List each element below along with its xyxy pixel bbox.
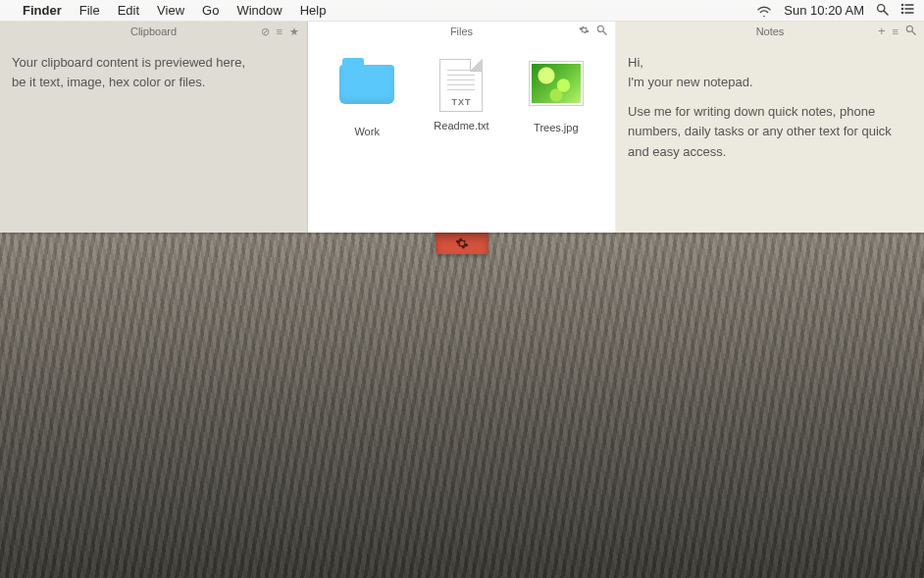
clipboard-list-icon[interactable]: ≡ [277, 22, 282, 41]
clipboard-star-icon[interactable]: ★ [289, 22, 299, 41]
notes-text-line: I'm your new notepad. [628, 73, 912, 92]
notes-text-line: Use me for writing down quick notes, pho… [628, 102, 912, 161]
svg-rect-3 [905, 4, 914, 6]
notes-body[interactable]: Hi, I'm your new notepad. Use me for wri… [616, 41, 924, 172]
menu-file[interactable]: File [71, 3, 109, 18]
svg-point-6 [901, 12, 904, 15]
spotlight-icon[interactable] [876, 3, 889, 19]
files-settings-icon[interactable] [579, 22, 590, 41]
file-label: Trees.jpg [519, 122, 593, 133]
file-item-folder[interactable]: Work [330, 59, 404, 137]
clipboard-text-line: be it text, image, hex color or files. [12, 73, 295, 92]
menu-edit[interactable]: Edit [109, 3, 148, 18]
menubar: Finder File Edit View Go Window Help Sun… [0, 0, 924, 22]
utility-drawer: Clipboard ⊘ ≡ ★ Your clipboard content i… [0, 22, 924, 233]
drawer-settings-tab[interactable] [436, 233, 488, 254]
files-header: Files [308, 22, 615, 41]
svg-rect-5 [905, 8, 914, 10]
files-grid: Work TXT Readme.txt Trees.jpg [308, 41, 615, 137]
menu-window[interactable]: Window [228, 3, 290, 18]
clipboard-text-line: Your clipboard content is previewed here… [12, 53, 295, 73]
files-search-icon[interactable] [596, 22, 607, 41]
files-pane: Files Work TXT [308, 22, 616, 233]
folder-icon [339, 65, 394, 104]
text-document-icon: TXT [439, 59, 483, 112]
clipboard-clear-icon[interactable]: ⊘ [261, 22, 270, 41]
file-ext-badge: TXT [440, 97, 482, 107]
notes-pane: Notes + ≡ Hi, I'm your new notepad. Use … [616, 22, 924, 233]
file-label: Work [330, 126, 404, 137]
files-title: Files [450, 26, 473, 37]
notes-search-icon[interactable] [905, 22, 916, 41]
notes-list-icon[interactable]: ≡ [893, 22, 898, 41]
menubar-app-name[interactable]: Finder [14, 3, 71, 18]
menu-help[interactable]: Help [291, 3, 335, 18]
image-thumbnail-icon [529, 61, 584, 106]
file-item-image[interactable]: Trees.jpg [519, 59, 593, 137]
clipboard-title: Clipboard [130, 26, 177, 37]
notes-title: Notes [756, 26, 785, 37]
menu-go[interactable]: Go [193, 3, 228, 18]
wifi-icon[interactable] [756, 5, 772, 17]
notification-center-icon[interactable] [900, 3, 914, 18]
notes-text-line: Hi, [628, 53, 912, 73]
svg-line-11 [912, 31, 915, 34]
svg-point-2 [901, 4, 904, 7]
menu-view[interactable]: View [148, 3, 193, 18]
clipboard-header: Clipboard ⊘ ≡ ★ [0, 22, 307, 41]
svg-point-4 [901, 8, 904, 11]
gear-icon [455, 236, 469, 250]
file-label: Readme.txt [424, 120, 498, 131]
menubar-clock[interactable]: Sun 10:20 AM [784, 3, 864, 18]
clipboard-pane: Clipboard ⊘ ≡ ★ Your clipboard content i… [0, 22, 308, 233]
svg-line-1 [884, 11, 888, 15]
notes-add-icon[interactable]: + [878, 22, 886, 41]
notes-header: Notes + ≡ [616, 22, 924, 41]
svg-line-9 [603, 31, 606, 34]
clipboard-body: Your clipboard content is previewed here… [0, 41, 307, 101]
file-item-txt[interactable]: TXT Readme.txt [424, 59, 498, 137]
svg-rect-7 [905, 12, 914, 14]
